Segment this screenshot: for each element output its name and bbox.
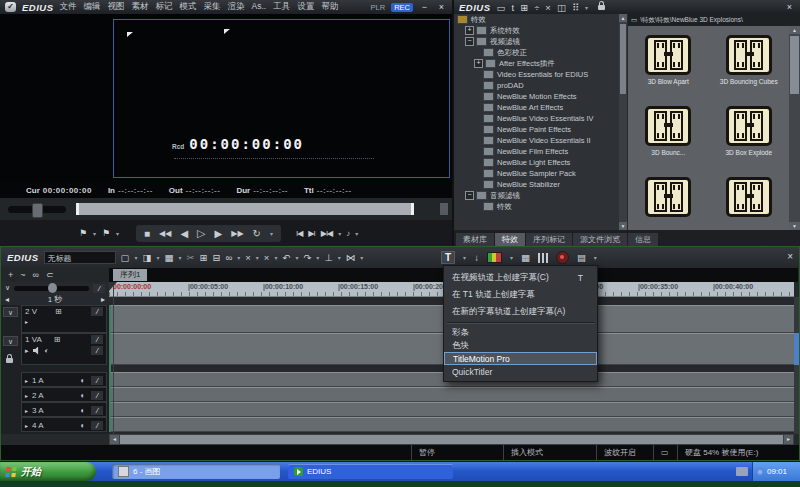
tree-item-prodad[interactable]: proDAD — [454, 80, 627, 91]
collapse-va-group-icon[interactable]: ∨ — [3, 336, 18, 346]
menu-tools[interactable]: 工具 — [273, 1, 290, 13]
set-in-button[interactable]: ⚑ — [76, 228, 90, 238]
view-dropdown[interactable]: ▾ — [585, 4, 588, 11]
stop-button[interactable]: ■ — [144, 228, 150, 239]
position-bar[interactable] — [76, 203, 414, 215]
dropdown-caret-icon[interactable]: ▾ — [594, 254, 597, 261]
link-clips-icon[interactable]: ⊞ — [520, 2, 528, 13]
expand-icon[interactable]: ▸ — [25, 318, 28, 325]
timeline-horizontal-scrollbar[interactable]: ◂ ▸ — [109, 434, 794, 445]
taskbar-item-edius[interactable]: EDIUS — [288, 464, 453, 479]
key-icon[interactable]: / — [91, 307, 103, 316]
pan-icon[interactable]: ◐ — [80, 391, 85, 400]
tree-item-video-filters[interactable]: −视频滤镜 — [454, 36, 627, 47]
scroll-down-icon[interactable]: ▼ — [619, 222, 627, 230]
tab-bin[interactable]: 素材库 — [456, 233, 494, 246]
menu-item-titlemotion-pro[interactable]: TitleMotion Pro — [444, 352, 597, 365]
text-tool-icon[interactable]: t — [512, 2, 515, 13]
audio-button[interactable]: ♪ — [346, 229, 349, 238]
redo-button[interactable]: ↷ — [303, 252, 311, 263]
rewind-button[interactable]: ◀◀ — [159, 229, 171, 238]
rec-mode-button[interactable]: REC — [391, 3, 413, 12]
view-grid-icon[interactable]: ⠿ — [572, 2, 579, 13]
record-button[interactable] — [556, 251, 569, 264]
scroll-right-icon[interactable]: ▸ — [784, 435, 793, 444]
paste-button[interactable]: ⊟ — [212, 252, 220, 263]
tree-item-nb-light[interactable]: NewBlue Light Effects — [454, 157, 627, 168]
scroll-left-icon[interactable]: ◂ — [110, 435, 119, 444]
key-icon[interactable]: / — [91, 391, 103, 400]
expand-icon[interactable]: ▸ — [25, 407, 28, 414]
zoom-slider-handle[interactable] — [48, 283, 57, 293]
panel-menu-button[interactable]: ▤ — [577, 252, 586, 263]
menu-edit[interactable]: 编辑 — [84, 1, 101, 13]
open-project-button[interactable]: ◨ — [143, 252, 152, 263]
video-chip-icon[interactable] — [487, 252, 502, 263]
dropdown-caret-icon[interactable]: ▾ — [360, 254, 363, 261]
copy-button[interactable]: ⊞ — [200, 252, 208, 263]
menu-item-color-matte[interactable]: 色块 — [444, 339, 597, 352]
key-icon[interactable]: / — [91, 406, 103, 415]
expand-toggle[interactable]: − — [465, 37, 474, 46]
dropdown-caret-icon[interactable]: ▾ — [179, 254, 182, 261]
set-in-dropdown[interactable]: ▾ — [93, 230, 96, 237]
tree-scrollbar[interactable]: ▲ ▼ — [619, 14, 627, 230]
tab-information[interactable]: 信息 — [628, 233, 658, 246]
tree-item-after-effects[interactable]: +After Effects插件 — [454, 58, 627, 69]
menu-render[interactable]: 渲染 — [228, 1, 245, 13]
properties-icon[interactable]: ◫ — [557, 2, 566, 13]
menu-marker[interactable]: 标记 — [156, 1, 173, 13]
trim-both-button[interactable]: ▶I◀ — [321, 229, 333, 238]
tree-item-color-correction[interactable]: 色彩校正 — [454, 47, 627, 58]
delete-icon[interactable]: × — [545, 2, 551, 13]
trim-out-button[interactable]: ▶I — [308, 229, 314, 238]
shuttle-handle[interactable] — [32, 203, 43, 218]
trim-mode-button[interactable]: ⋈ — [346, 252, 356, 263]
effect-item[interactable]: 3D Bouncing Cubes — [720, 35, 778, 99]
plr-mode-button[interactable]: PLR — [371, 3, 386, 12]
track-header-2a[interactable]: ▸ 2 A ◐ / — [21, 387, 107, 402]
pan-icon[interactable]: ◐ — [80, 376, 85, 385]
menu-mode[interactable]: 模式 — [180, 1, 197, 13]
dropdown-caret-icon[interactable]: ▾ — [316, 254, 319, 261]
close-button[interactable]: × — [436, 2, 447, 12]
track-lock-icon[interactable] — [6, 358, 13, 363]
scale-right-icon[interactable]: ▸ — [101, 295, 105, 304]
key-icon[interactable]: / — [91, 421, 103, 430]
track-header-3a[interactable]: ▸ 3 A ◐ / — [21, 402, 107, 417]
tree-item-system-effects[interactable]: +系统特效 — [454, 25, 627, 36]
player-mini-button[interactable] — [440, 203, 448, 215]
key-icon[interactable]: / — [91, 376, 103, 385]
sequence-tab[interactable]: 序列1 — [113, 269, 147, 281]
dropdown-caret-icon[interactable]: ▾ — [510, 254, 513, 261]
tree-item-nb-stabilizer[interactable]: NewBlue Stabilizer — [454, 179, 627, 190]
palette-close-button[interactable]: × — [784, 2, 795, 12]
browser-scrollbar[interactable]: ▲ ▼ — [789, 26, 800, 230]
tree-item-nb-film[interactable]: NewBlue Film Effects — [454, 146, 627, 157]
browser-scroll-thumb[interactable] — [790, 36, 799, 94]
collapse-video-group-icon[interactable]: ∨ — [3, 307, 18, 317]
timeline-close-button[interactable]: × — [787, 251, 793, 262]
delete-button[interactable]: × — [245, 252, 251, 263]
dropdown-caret-icon[interactable]: ▾ — [135, 254, 138, 261]
dropdown-caret-icon[interactable]: ▾ — [237, 254, 240, 261]
menu-help[interactable]: 帮助 — [321, 1, 338, 13]
track-header-1a[interactable]: ▸ 1 A ◐ / — [21, 372, 107, 387]
dropdown-caret-icon[interactable]: ▾ — [274, 254, 277, 261]
play-button[interactable]: ▷ — [197, 227, 205, 240]
expand-toggle[interactable]: − — [465, 191, 474, 200]
dropdown-caret-icon[interactable]: ▾ — [256, 254, 259, 261]
track-row-4a[interactable] — [109, 417, 794, 432]
expand-toggle[interactable]: + — [474, 59, 483, 68]
next-frame-button[interactable]: ▶ — [215, 228, 223, 239]
audio-dropdown[interactable]: ▾ — [355, 230, 357, 237]
track-header-2v[interactable]: 2 V ⊞ / ▸ — [21, 305, 107, 333]
tree-item-nb-motion[interactable]: NewBlue Motion Effects — [454, 91, 627, 102]
menu-view[interactable]: 视图 — [108, 1, 125, 13]
tab-effects[interactable]: 特效 — [495, 233, 525, 246]
horizontal-scroll-thumb[interactable] — [120, 435, 783, 444]
tree-item-audio-effects[interactable]: 特效 — [454, 201, 627, 212]
start-button[interactable]: 开始 — [0, 462, 96, 481]
tree-scroll-thumb[interactable] — [620, 24, 626, 94]
loop-button[interactable]: ↻ — [253, 228, 261, 239]
